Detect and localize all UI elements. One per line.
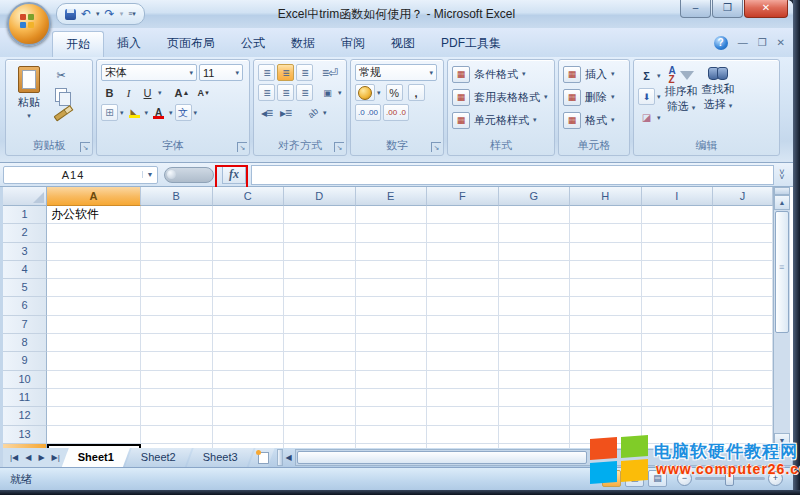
cell-E3[interactable] <box>356 243 428 261</box>
cell-B10[interactable] <box>141 371 213 389</box>
cell-A4[interactable] <box>47 261 141 279</box>
cell-B4[interactable] <box>141 261 213 279</box>
cell-J10[interactable] <box>713 371 773 389</box>
cell-F8[interactable] <box>427 334 499 352</box>
cell-C8[interactable] <box>213 334 285 352</box>
hscroll-thumb[interactable] <box>297 451 587 464</box>
cell-I7[interactable] <box>642 316 714 334</box>
font-size-select[interactable]: 11 ▾ <box>199 64 243 81</box>
cell-G11[interactable] <box>499 389 571 407</box>
name-box-dropdown-icon[interactable]: ▼ <box>142 171 157 178</box>
formula-bar-splitter[interactable] <box>164 167 214 183</box>
cell-E8[interactable] <box>356 334 428 352</box>
paste-button[interactable]: 粘贴 ▾ <box>10 64 48 139</box>
cell-A9[interactable] <box>47 352 141 370</box>
fill-color-dropdown-icon[interactable]: ▾ <box>145 109 149 117</box>
cell-E9[interactable] <box>356 352 428 370</box>
cell-E2[interactable] <box>356 224 428 242</box>
clipboard-dialog-launcher[interactable]: ↘ <box>80 142 90 152</box>
cell-D3[interactable] <box>284 243 356 261</box>
row-header-2[interactable]: 2 <box>3 224 47 242</box>
row-header-12[interactable]: 12 <box>3 407 47 425</box>
cell-C5[interactable] <box>213 279 285 297</box>
worksheet-grid[interactable]: ABCDEFGHIJ 1办公软件234567891011121314 ▲ ▼ <box>0 187 793 448</box>
cell-F10[interactable] <box>427 371 499 389</box>
cell-G12[interactable] <box>499 407 571 425</box>
ribbon-tab-公式[interactable]: 公式 <box>228 31 278 57</box>
ribbon-tab-开始[interactable]: 开始 <box>52 31 104 57</box>
cell-J2[interactable] <box>713 224 773 242</box>
cell-A6[interactable] <box>47 297 141 315</box>
cells-button-插入[interactable]: ▦插入▾ <box>563 64 615 84</box>
cell-F12[interactable] <box>427 407 499 425</box>
cell-G1[interactable] <box>499 206 571 224</box>
cell-E10[interactable] <box>356 371 428 389</box>
cell-C12[interactable] <box>213 407 285 425</box>
cell-C11[interactable] <box>213 389 285 407</box>
cell-B7[interactable] <box>141 316 213 334</box>
column-header-J[interactable]: J <box>713 187 773 206</box>
bold-button[interactable]: B <box>101 84 118 101</box>
find-select-button[interactable]: 查找和 选择 ▾ <box>702 64 735 139</box>
cell-B3[interactable] <box>141 243 213 261</box>
cell-G4[interactable] <box>499 261 571 279</box>
row-header-1[interactable]: 1 <box>3 206 47 224</box>
style-button-套用表格格式[interactable]: ▦套用表格格式▾ <box>452 87 548 107</box>
cell-I5[interactable] <box>642 279 714 297</box>
cell-I9[interactable] <box>642 352 714 370</box>
row-header-8[interactable]: 8 <box>3 334 47 352</box>
vertical-scrollbar[interactable]: ▲ ▼ <box>773 187 790 448</box>
cell-F7[interactable] <box>427 316 499 334</box>
number-dialog-launcher[interactable]: ↘ <box>431 142 441 152</box>
cell-F4[interactable] <box>427 261 499 279</box>
row-header-4[interactable]: 4 <box>3 261 47 279</box>
grow-font-button[interactable]: A▲ <box>172 84 193 101</box>
sheet-tab-Sheet3[interactable]: Sheet3 <box>187 448 254 467</box>
column-header-H[interactable]: H <box>570 187 642 206</box>
sheet-tab-Sheet1[interactable]: Sheet1 <box>62 448 130 467</box>
accounting-format-button[interactable] <box>355 84 375 101</box>
cell-E1[interactable] <box>356 206 428 224</box>
column-header-B[interactable]: B <box>141 187 213 206</box>
workbook-restore-icon[interactable]: ❐ <box>758 38 767 48</box>
font-name-select[interactable]: 宋体 ▾ <box>101 64 197 81</box>
cell-H5[interactable] <box>570 279 642 297</box>
cell-G7[interactable] <box>499 316 571 334</box>
vertical-split-handle[interactable] <box>774 187 790 195</box>
column-header-C[interactable]: C <box>213 187 285 206</box>
cell-F13[interactable] <box>427 426 499 444</box>
top-align-button[interactable]: ≡ <box>258 64 275 81</box>
cell-H11[interactable] <box>570 389 642 407</box>
cell-C6[interactable] <box>213 297 285 315</box>
row-header-7[interactable]: 7 <box>3 316 47 334</box>
workbook-close-icon[interactable]: ✕ <box>777 38 785 48</box>
cell-I8[interactable] <box>642 334 714 352</box>
cell-D9[interactable] <box>284 352 356 370</box>
cells-button-格式[interactable]: ▦格式▾ <box>563 110 615 130</box>
first-sheet-icon[interactable]: |◀ <box>7 452 21 463</box>
column-header-E[interactable]: E <box>356 187 428 206</box>
help-icon[interactable]: ? <box>714 36 728 50</box>
row-header-5[interactable]: 5 <box>3 279 47 297</box>
row-header-3[interactable]: 3 <box>3 243 47 261</box>
ribbon-tab-插入[interactable]: 插入 <box>104 31 154 57</box>
cell-B9[interactable] <box>141 352 213 370</box>
percent-button[interactable]: % <box>386 84 403 101</box>
cell-F9[interactable] <box>427 352 499 370</box>
middle-align-button[interactable]: ≡ <box>277 64 294 81</box>
cell-E11[interactable] <box>356 389 428 407</box>
restore-button[interactable]: ❐ <box>712 0 743 18</box>
cell-D8[interactable] <box>284 334 356 352</box>
cell-J12[interactable] <box>713 407 773 425</box>
style-button-单元格样式[interactable]: ▦单元格样式▾ <box>452 110 548 130</box>
cell-J6[interactable] <box>713 297 773 315</box>
cell-A1[interactable]: 办公软件 <box>47 206 141 224</box>
fill-color-button[interactable]: ◣ <box>126 104 143 121</box>
cell-D13[interactable] <box>284 426 356 444</box>
cell-A5[interactable] <box>47 279 141 297</box>
hscroll-left-icon[interactable]: ◀ <box>283 453 295 462</box>
phonetic-dropdown-icon[interactable]: ▾ <box>194 109 198 117</box>
cell-B2[interactable] <box>141 224 213 242</box>
increase-decimal-button[interactable]: .0 .00 <box>355 104 381 121</box>
sort-filter-button[interactable]: AZ 排序和 筛选 ▾ <box>665 64 698 139</box>
